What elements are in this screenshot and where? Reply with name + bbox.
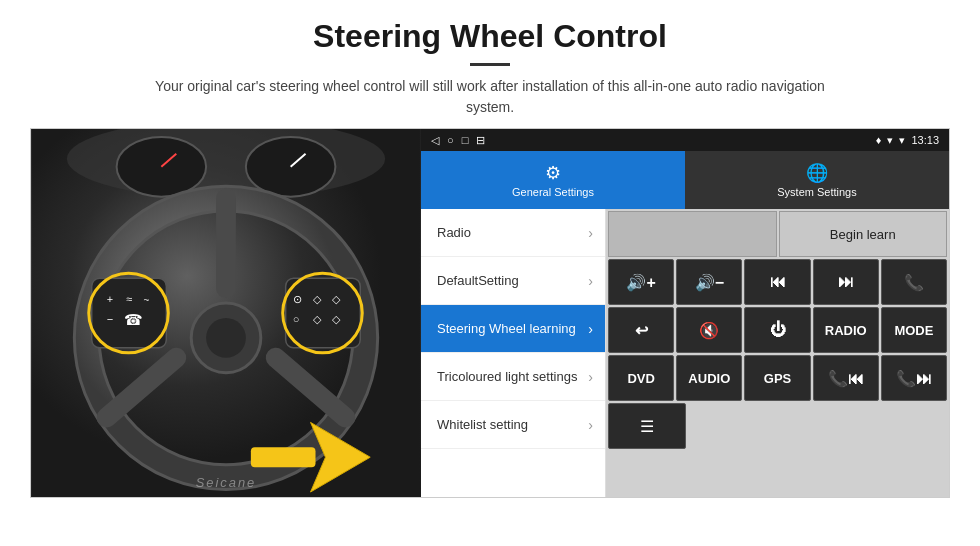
status-bar: ◁ ○ □ ⊟ ♦ ▾ ▾ 13:13 — [421, 129, 949, 151]
prev-track-button[interactable]: ⏮ — [744, 259, 810, 305]
menu-item-whitelist[interactable]: Whitelist setting › — [421, 401, 605, 449]
radio-label: RADIO — [825, 323, 867, 338]
controls-row-1: 🔊+ 🔊− ⏮ ⏭ 📞 — [608, 259, 947, 305]
svg-text:◇: ◇ — [332, 313, 341, 325]
menu-tricoloured-label: Tricoloured light settings — [437, 369, 588, 384]
status-left: ◁ ○ □ ⊟ — [431, 134, 485, 147]
svg-text:−: − — [107, 313, 113, 325]
tab-system-label: System Settings — [777, 186, 856, 198]
mute-icon: 🔇 — [699, 321, 719, 340]
tab-system-settings[interactable]: 🌐 System Settings — [685, 151, 949, 209]
menu-item-default-setting[interactable]: DefaultSetting › — [421, 257, 605, 305]
title-divider — [470, 63, 510, 66]
settings-icon: ⚙ — [545, 162, 561, 184]
vol-down-icon: 🔊− — [695, 273, 724, 292]
begin-learn-button[interactable]: Begin learn — [779, 211, 948, 257]
tab-general-label: General Settings — [512, 186, 594, 198]
left-menu: Radio › DefaultSetting › Steering Wheel … — [421, 209, 606, 497]
menu-steering-label: Steering Wheel learning — [437, 321, 588, 336]
power-button[interactable]: ⏻ — [744, 307, 810, 353]
system-icon: 🌐 — [806, 162, 828, 184]
phone-icon: 📞 — [904, 273, 924, 292]
recents-icon: □ — [462, 134, 469, 147]
tab-bar: ⚙ General Settings 🌐 System Settings — [421, 151, 949, 209]
page-subtitle: Your original car's steering wheel contr… — [140, 76, 840, 118]
empty-display-box — [608, 211, 777, 257]
list-button[interactable]: ☰ — [608, 403, 686, 449]
android-panel: ◁ ○ □ ⊟ ♦ ▾ ▾ 13:13 ⚙ General Settings — [421, 129, 949, 497]
back-call-icon: ↩ — [635, 321, 648, 340]
controls-row-3: DVD AUDIO GPS 📞⏮ 📞⏭ — [608, 355, 947, 401]
content-area: + ≈ − ☎ ~ ⊙ ◇ ◇ ○ ◇ ◇ — [30, 128, 950, 498]
phone-button[interactable]: 📞 — [881, 259, 947, 305]
menu-item-steering-wheel[interactable]: Steering Wheel learning › — [421, 305, 605, 353]
svg-text:+: + — [107, 293, 113, 305]
vol-up-icon: 🔊+ — [626, 273, 655, 292]
chevron-radio-icon: › — [588, 225, 593, 241]
radio-button[interactable]: RADIO — [813, 307, 879, 353]
controls-row-2: ↩ 🔇 ⏻ RADIO MODE — [608, 307, 947, 353]
chevron-whitelist-icon: › — [588, 417, 593, 433]
power-icon: ⏻ — [770, 321, 786, 339]
time-display: 13:13 — [911, 134, 939, 146]
svg-text:⊙: ⊙ — [293, 293, 302, 305]
steering-wheel-svg: + ≈ − ☎ ~ ⊙ ◇ ◇ ○ ◇ ◇ — [31, 129, 421, 497]
menu-icon: ⊟ — [476, 134, 485, 147]
menu-content: Radio › DefaultSetting › Steering Wheel … — [421, 209, 949, 497]
phone-next-button[interactable]: 📞⏭ — [881, 355, 947, 401]
phone-prev-button[interactable]: 📞⏮ — [813, 355, 879, 401]
signal-icon: ▾ — [899, 134, 905, 147]
svg-text:◇: ◇ — [313, 313, 322, 325]
phone-next-icon: 📞⏭ — [896, 369, 932, 388]
audio-button[interactable]: AUDIO — [676, 355, 742, 401]
list-icon: ☰ — [640, 417, 654, 436]
svg-text:◇: ◇ — [332, 293, 341, 305]
status-right: ♦ ▾ ▾ 13:13 — [876, 134, 939, 147]
chevron-tricoloured-icon: › — [588, 369, 593, 385]
svg-text:○: ○ — [293, 313, 300, 325]
gps-button[interactable]: GPS — [744, 355, 810, 401]
mute-button[interactable]: 🔇 — [676, 307, 742, 353]
back-icon: ◁ — [431, 134, 439, 147]
menu-item-radio[interactable]: Radio › — [421, 209, 605, 257]
svg-point-12 — [206, 318, 246, 358]
chevron-default-icon: › — [588, 273, 593, 289]
page-container: Steering Wheel Control Your original car… — [0, 0, 980, 498]
dvd-button[interactable]: DVD — [608, 355, 674, 401]
tab-general-settings[interactable]: ⚙ General Settings — [421, 151, 685, 209]
menu-item-tricoloured[interactable]: Tricoloured light settings › — [421, 353, 605, 401]
vol-down-button[interactable]: 🔊− — [676, 259, 742, 305]
steering-wheel-bg: + ≈ − ☎ ~ ⊙ ◇ ◇ ○ ◇ ◇ — [31, 129, 421, 497]
svg-text:☎: ☎ — [124, 312, 143, 328]
page-title: Steering Wheel Control — [40, 18, 940, 55]
home-icon: ○ — [447, 134, 454, 147]
next-track-icon: ⏭ — [838, 273, 854, 291]
dvd-label: DVD — [627, 371, 654, 386]
wifi-icon: ▾ — [887, 134, 893, 147]
svg-rect-29 — [251, 447, 316, 467]
svg-text:Seicane: Seicane — [196, 475, 257, 490]
mode-button[interactable]: MODE — [881, 307, 947, 353]
menu-default-label: DefaultSetting — [437, 273, 588, 288]
location-icon: ♦ — [876, 134, 882, 146]
phone-prev-icon: 📞⏮ — [828, 369, 864, 388]
prev-track-icon: ⏮ — [770, 273, 786, 291]
menu-radio-label: Radio — [437, 225, 588, 240]
menu-whitelist-label: Whitelist setting — [437, 417, 588, 432]
svg-text:◇: ◇ — [313, 293, 322, 305]
top-controls-row: Begin learn — [608, 211, 947, 257]
mode-label: MODE — [894, 323, 933, 338]
next-track-button[interactable]: ⏭ — [813, 259, 879, 305]
svg-text:~: ~ — [143, 294, 149, 305]
back-call-button[interactable]: ↩ — [608, 307, 674, 353]
svg-text:≈: ≈ — [127, 293, 133, 305]
right-controls-panel: Begin learn 🔊+ 🔊− ⏮ — [606, 209, 949, 497]
chevron-steering-icon: › — [588, 321, 593, 337]
audio-label: AUDIO — [688, 371, 730, 386]
gps-label: GPS — [764, 371, 791, 386]
vol-up-button[interactable]: 🔊+ — [608, 259, 674, 305]
header-section: Steering Wheel Control Your original car… — [0, 0, 980, 128]
controls-row-4: ☰ — [608, 403, 947, 449]
steering-wheel-panel: + ≈ − ☎ ~ ⊙ ◇ ◇ ○ ◇ ◇ — [31, 129, 421, 497]
